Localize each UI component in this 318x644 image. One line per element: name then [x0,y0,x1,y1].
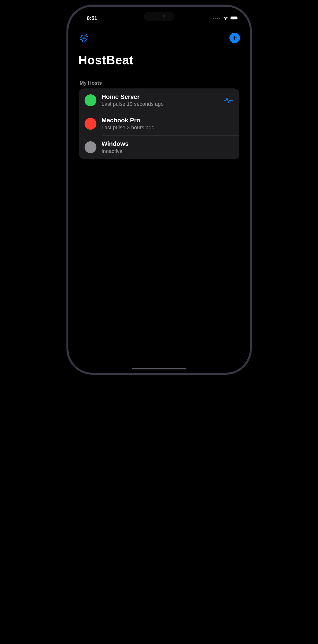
host-subtitle: Last pulse 19 seconds ago [102,101,218,107]
host-subtitle: Innactive [102,148,234,154]
page-title: HostBeat [78,53,133,67]
host-name: Home Server [102,93,218,100]
dynamic-island [144,12,175,21]
battery-icon [230,16,238,20]
svg-point-15 [80,39,81,40]
svg-point-10 [87,36,88,37]
home-indicator[interactable] [132,368,187,370]
pulse-icon [223,97,234,104]
svg-point-11 [87,38,88,39]
host-name: Macbook Pro [102,117,234,124]
svg-point-4 [83,37,85,39]
settings-button[interactable] [78,32,90,44]
screen: 8:51 [68,7,250,373]
status-dot [85,118,96,130]
status-dot [85,141,96,153]
wifi-icon [223,16,228,20]
camera-icon [163,15,166,18]
status-dot [85,94,96,106]
svg-rect-2 [237,18,238,19]
svg-rect-1 [231,17,237,20]
hosts-card: Home Server Last pulse 19 seconds ago Ma… [79,88,239,159]
gear-icon [79,33,89,43]
phone-frame: 8:51 [67,5,252,375]
svg-line-7 [81,38,83,40]
svg-point-9 [86,34,87,35]
svg-point-13 [84,42,85,42]
more-dots-icon [213,18,220,19]
svg-line-6 [85,38,87,40]
section-label: My Hosts [80,80,102,86]
plus-icon [232,35,237,41]
status-indicators [213,16,238,20]
svg-point-14 [82,41,83,42]
svg-point-12 [86,40,87,42]
svg-point-16 [80,37,81,38]
host-text: Home Server Last pulse 19 seconds ago [102,93,218,107]
host-row-home-server[interactable]: Home Server Last pulse 19 seconds ago [79,88,239,112]
add-button[interactable] [229,33,240,43]
host-text: Windows Innactive [102,140,234,154]
host-row-macbook-pro[interactable]: Macbook Pro Last pulse 3 hours ago [79,112,239,136]
host-subtitle: Last pulse 3 hours ago [102,124,234,131]
nav-bar [68,32,250,44]
host-name: Windows [102,140,234,148]
svg-point-8 [84,34,85,34]
svg-point-17 [81,34,82,36]
host-row-windows[interactable]: Windows Innactive [79,136,239,159]
host-text: Macbook Pro Last pulse 3 hours ago [102,117,234,131]
